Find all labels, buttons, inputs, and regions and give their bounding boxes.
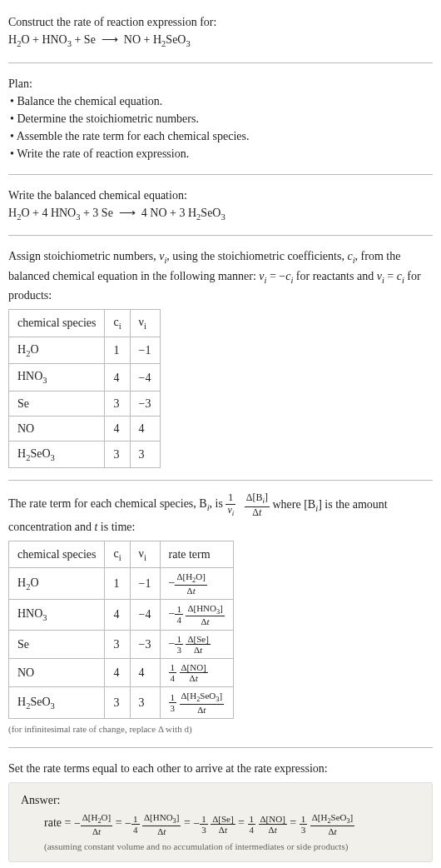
cell-species: HNO3 (9, 364, 105, 392)
plan-item: • Balance the chemical equation. (10, 92, 433, 110)
rate-term: 13 Δ[H2SeO3]Δt (300, 817, 355, 830)
set-equal-text: Set the rate terms equal to each other t… (8, 760, 433, 777)
divider (8, 480, 433, 481)
cell-vi: −3 (130, 631, 160, 659)
cell-vi: −4 (130, 364, 160, 392)
delta-fraction: Δ[H2SeO3]Δt (310, 812, 355, 836)
coef-fraction: 14 (169, 662, 177, 683)
frac-den: Δt (81, 826, 112, 836)
table-header-row: chemical species ci νi rate term (9, 541, 234, 568)
frac-num: 1 (169, 692, 177, 703)
frac-num: Δ[Se] (211, 814, 235, 825)
frac-num: Δ[H2SeO3] (180, 691, 225, 704)
divider (8, 174, 433, 175)
coef-fraction: 13 (175, 634, 183, 655)
table-row: Se 3 −3 (9, 391, 161, 416)
frac-num: 1 (225, 492, 235, 504)
coef-fraction: 14 (131, 814, 140, 835)
coef-fraction: 13 (300, 814, 308, 835)
cell-species: H2O (9, 568, 105, 599)
frac-num: Δ[NO] (259, 814, 287, 825)
table-row: H2SeO3 3 3 (9, 441, 161, 468)
frac-den: 3 (175, 645, 183, 655)
cell-ci: 3 (105, 687, 130, 718)
frac-den: 4 (248, 825, 256, 835)
frac-num: Δ[Bi] (245, 492, 270, 506)
delta-fraction: Δ[H2O]Δt (81, 812, 112, 836)
rate-term: 14 Δ[NO]Δt (169, 666, 208, 678)
frac-dB-dt: Δ[Bi] Δt (245, 492, 270, 517)
rate-term: 14 Δ[NO]Δt (248, 817, 287, 830)
frac-num: Δ[H2O] (81, 812, 112, 826)
cell-rate-term: −13 Δ[Se]Δt (160, 631, 233, 659)
cell-ci: 4 (105, 599, 130, 630)
cell-species: Se (9, 391, 105, 416)
frac-den: Δt (180, 673, 208, 683)
table-row: HNO3 4 −4 (9, 364, 161, 392)
delta-fraction: Δ[NO]Δt (180, 662, 208, 683)
set-equal-section: Set the rate terms equal to each other t… (8, 753, 433, 868)
sign: − (169, 576, 176, 589)
delta-fraction: Δ[Se]Δt (186, 634, 210, 655)
col-ci: ci (105, 310, 130, 337)
answer-box: Answer: rate = −Δ[H2O]Δt = −14 Δ[HNO3]Δt… (8, 782, 433, 862)
frac-num: 1 (169, 662, 177, 673)
cell-vi: 4 (130, 416, 160, 441)
table-row: Se3−3−13 Δ[Se]Δt (9, 631, 234, 659)
col-species: chemical species (9, 310, 105, 337)
frac-den: Δt (186, 645, 210, 655)
delta-fraction: Δ[HNO3]Δt (142, 812, 181, 836)
coef-fraction: 13 (200, 814, 208, 835)
frac-num: Δ[HNO3] (142, 812, 181, 826)
answer-title: Answer: (21, 791, 420, 809)
divider (8, 62, 433, 63)
answer-assumption: (assuming constant volume and no accumul… (44, 840, 420, 854)
delta-fraction: Δ[H2O]Δt (175, 571, 206, 595)
col-ci: ci (105, 541, 130, 568)
cell-vi: −1 (130, 568, 160, 599)
cell-ci: 3 (105, 631, 130, 659)
frac-num: Δ[NO] (180, 662, 208, 673)
frac-num: Δ[H2SeO3] (310, 812, 355, 826)
cell-species: NO (9, 659, 105, 687)
cell-vi: 3 (130, 687, 160, 718)
table-header-row: chemical species ci νi (9, 310, 161, 337)
col-vi: νi (130, 541, 160, 568)
frac-num: 1 (200, 814, 208, 825)
cell-species: H2SeO3 (9, 441, 105, 468)
frac-num: Δ[HNO3] (186, 603, 224, 616)
delta-fraction: Δ[Se]Δt (211, 814, 235, 835)
rate-terms-container: −Δ[H2O]Δt = −14 Δ[HNO3]Δt = −13 Δ[Se]Δt … (74, 817, 354, 830)
intro-line: Construct the rate of reaction expressio… (8, 13, 433, 31)
cell-vi: 3 (130, 441, 160, 468)
rateterm-intro: The rate term for each chemical species,… (8, 486, 433, 742)
frac-den: Δt (245, 507, 270, 518)
sign: − (74, 817, 81, 830)
frac-num: Δ[H2O] (175, 571, 206, 585)
rate-table: chemical species ci νi rate term H2O1−1−… (8, 541, 234, 719)
frac-num: 1 (131, 814, 140, 825)
sign: − (193, 817, 200, 830)
frac-den: Δt (211, 825, 235, 835)
frac-den: Δt (180, 705, 225, 715)
frac-num: 1 (175, 604, 183, 615)
plan-section: Plan: • Balance the chemical equation. •… (8, 68, 433, 169)
delta-fraction: Δ[HNO3]Δt (186, 603, 224, 626)
frac-one-over-nu: 1 νi (225, 492, 235, 517)
rate-label: rate = (44, 817, 74, 830)
frac-num: 1 (248, 814, 256, 825)
equals-sign: = (112, 817, 125, 830)
rate-term: −13 Δ[Se]Δt (169, 637, 211, 650)
table-row: H2O 1 −1 (9, 337, 161, 364)
plan-item: • Determine the stoichiometric numbers. (10, 110, 433, 127)
rate-term: −Δ[H2O]Δt (169, 576, 207, 589)
cell-species: H2SeO3 (9, 687, 105, 718)
unbalanced-equation: H2O + HNO3 + Se ⟶ NO + H2SeO3 (8, 31, 433, 51)
frac-den: Δt (142, 826, 181, 836)
balanced-section: Write the balanced chemical equation: H2… (8, 180, 433, 231)
equals-sign: = (287, 817, 300, 830)
sign: − (125, 817, 131, 830)
assign-section: Assign stoichiometric numbers, νi, using… (8, 241, 433, 475)
cell-rate-term: 13 Δ[H2SeO3]Δt (160, 687, 233, 718)
frac-den: Δt (186, 616, 224, 626)
